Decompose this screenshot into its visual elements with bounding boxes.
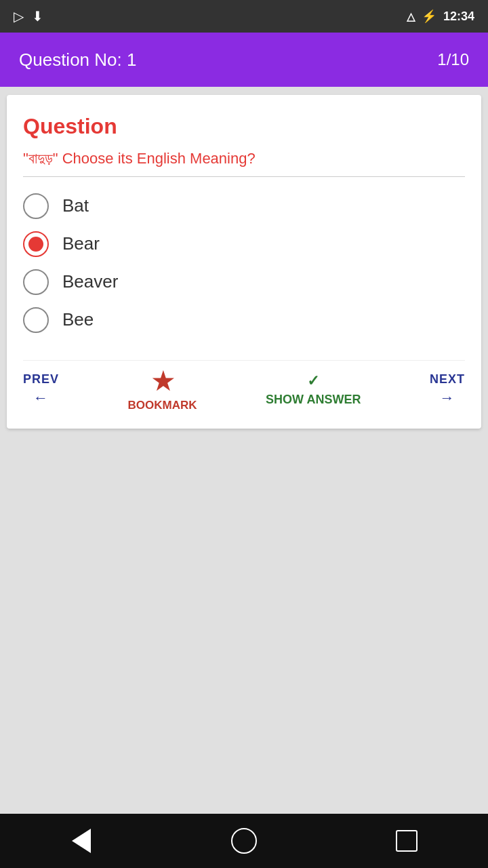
option-bear[interactable]: Bear (23, 231, 465, 257)
options-list: Bat Bear Beaver Bee (23, 193, 465, 333)
nav-home-button[interactable] (227, 824, 261, 858)
top-bar: Question No: 1 1/10 (0, 33, 488, 87)
next-button[interactable]: NEXT → (430, 372, 465, 407)
option-beaver[interactable]: Beaver (23, 269, 465, 295)
radio-beaver[interactable] (23, 269, 49, 295)
prev-label: PREV (23, 372, 59, 387)
option-bat[interactable]: Bat (23, 193, 465, 219)
show-answer-button[interactable]: ✓ SHOW ANSWER (266, 372, 361, 407)
option-bee[interactable]: Bee (23, 307, 465, 333)
star-icon: ★ (152, 368, 174, 396)
question-number-title: Question No: 1 (19, 50, 136, 71)
radio-bear-inner (28, 237, 43, 252)
option-bee-label: Bee (62, 309, 94, 330)
next-arrow-icon: → (439, 389, 455, 407)
question-counter: 1/10 (437, 50, 469, 69)
radio-bear[interactable] (23, 231, 49, 257)
nav-recents-button[interactable] (390, 824, 424, 858)
status-bar: ▷ ⬇ △ ⚡ 12:34 (0, 0, 488, 33)
option-bear-label: Bear (62, 233, 100, 254)
prev-button[interactable]: PREV ← (23, 372, 59, 407)
show-answer-label: SHOW ANSWER (266, 393, 361, 407)
clock: 12:34 (443, 9, 474, 24)
notification-icon: ▷ (14, 8, 24, 24)
radio-bat[interactable] (23, 193, 49, 219)
download-icon: ⬇ (32, 8, 43, 24)
divider (23, 176, 465, 177)
option-bat-label: Bat (62, 195, 89, 216)
status-left-icons: ▷ ⬇ (14, 8, 43, 24)
next-label: NEXT (430, 372, 465, 387)
bookmark-button[interactable]: ★ BOOKMARK (128, 368, 197, 412)
check-icon: ✓ (307, 372, 319, 390)
recents-icon (396, 830, 418, 852)
question-text: "বাদুড়" Choose its English Meaning? (23, 149, 465, 170)
status-right-icons: △ ⚡ 12:34 (407, 9, 474, 24)
back-icon (72, 829, 91, 853)
bookmark-label: BOOKMARK (128, 399, 197, 412)
background-spacer (0, 437, 488, 814)
option-beaver-label: Beaver (62, 271, 118, 292)
nav-back-button[interactable] (64, 824, 98, 858)
prev-arrow-icon: ← (33, 389, 49, 407)
home-icon (231, 828, 257, 854)
bottom-nav (0, 814, 488, 868)
question-label: Question (23, 114, 465, 139)
battery-icon: ⚡ (422, 9, 436, 24)
signal-icon: △ (407, 10, 415, 23)
footer-buttons: PREV ← ★ BOOKMARK ✓ SHOW ANSWER NEXT → (23, 360, 465, 412)
question-card: Question "বাদুড়" Choose its English Mea… (7, 95, 481, 429)
radio-bee[interactable] (23, 307, 49, 333)
